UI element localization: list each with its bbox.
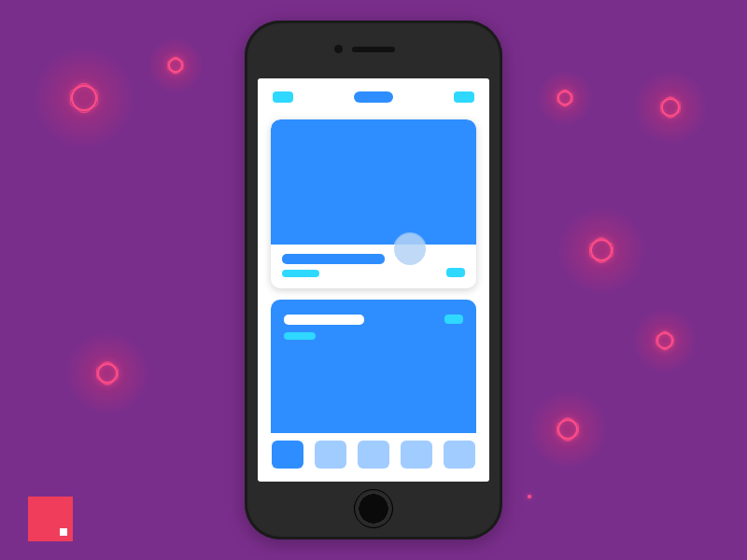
phone-screen [258,78,489,482]
tab-3[interactable] [358,441,389,469]
phone-camera [334,45,343,53]
tab-1[interactable] [272,441,303,469]
card-body [271,245,476,288]
home-button[interactable] [354,489,393,528]
dribbble-ball-icon [71,85,97,111]
feed-card-1[interactable] [271,119,476,288]
phone-speaker [352,47,395,52]
tab-4[interactable] [401,441,432,469]
background-glow [529,390,608,469]
card2-badge[interactable] [444,315,463,324]
card-title-placeholder [282,254,385,264]
app-header [258,78,489,116]
dribbble-ball-icon [661,98,680,117]
background-glow [65,331,149,415]
background-glow [537,70,593,126]
header-title-pill [354,91,393,103]
dribbble-ball-icon [97,363,118,384]
background-glow [633,70,708,145]
background-glow [557,206,646,295]
card-hero-image [271,119,476,245]
phone-frame [245,21,502,539]
tab-5[interactable] [444,441,475,469]
card-subtitle-placeholder [282,270,319,277]
tab-2[interactable] [315,441,346,469]
card-badge[interactable] [446,268,465,277]
header-right-icon[interactable] [454,91,474,103]
background-dot [528,495,531,498]
card2-subtitle-placeholder [284,332,316,340]
background-glow [632,308,698,373]
feed-card-2[interactable] [271,300,476,433]
dribbble-ball-icon [590,239,613,261]
dribbble-ball-icon [656,332,673,349]
background-glow [33,47,135,149]
header-left-icon[interactable] [273,91,293,103]
tab-bar [258,433,489,482]
dribbble-ball-icon [557,419,578,440]
background-glow [148,37,204,93]
content-scroll[interactable] [258,116,489,433]
dribbble-ball-icon [168,58,183,73]
brand-logo [28,497,73,541]
dribbble-ball-icon [557,91,572,105]
card2-title-placeholder [284,315,364,325]
